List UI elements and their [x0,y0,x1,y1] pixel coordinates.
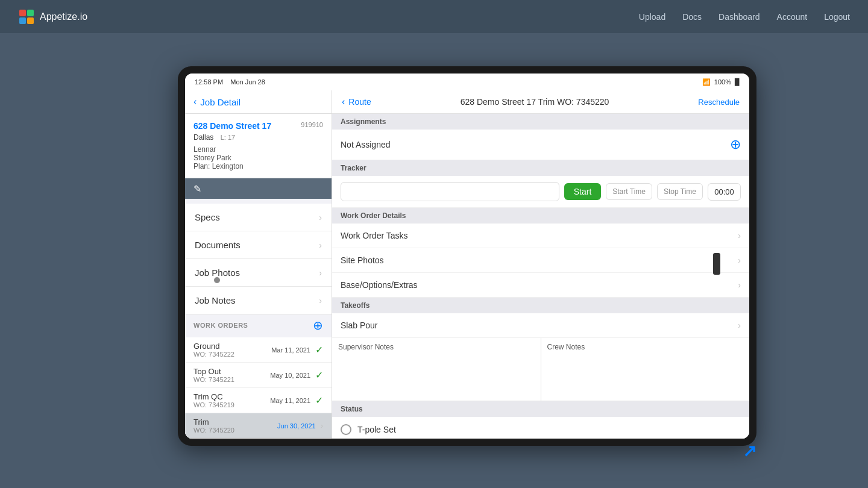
battery-icon: ▉ [735,78,740,86]
sidebar-menu: Specs › Documents › Job Photos › Job Not… [185,204,332,314]
work-order-item-ground[interactable]: Ground WO: 7345222 Mar 11, 2021 ✓ [185,337,332,363]
chevron-right-icon: › [319,213,322,222]
sidebar-nav-header[interactable]: ‹ Job Detail [185,90,332,114]
wo-info: Trim WO: 7345220 [193,418,234,434]
nav-docs[interactable]: Docs [682,12,702,22]
chevron-right-icon: › [738,255,741,265]
wo-right: Jun 30, 2021 › [277,421,323,430]
crew-notes-col: Crew Notes [541,338,750,401]
logo-text: Appetize.io [40,11,87,22]
work-order-tasks-row[interactable]: Work Order Tasks › [332,224,749,248]
slab-pour-label: Slab Pour [341,321,377,330]
battery-text: 100% [714,78,731,86]
specs-label: Specs [195,212,220,222]
sidebar-item-job-notes[interactable]: Job Notes › [185,287,332,314]
crew-notes-body[interactable] [547,354,744,396]
svg-rect-0 [19,10,26,16]
tracker-section-header: Tracker [332,160,749,176]
work-orders-section: WORK ORDERS ⊕ [185,314,332,337]
documents-label: Documents [195,240,241,250]
job-notes-label: Job Notes [195,295,236,305]
nav-dashboard[interactable]: Dashboard [719,12,760,22]
app-content: ‹ Job Detail 628 Demo Street 17 919910 D… [185,90,749,439]
tracker-input[interactable] [341,182,559,201]
sidebar-item-job-photos[interactable]: Job Photos › [185,259,332,287]
property-city: Dallas L: 17 [193,133,323,142]
supervisor-notes-body[interactable] [338,354,535,396]
work-orders-header: WORK ORDERS ⊕ [193,319,323,331]
wo-check-icon: ✓ [315,369,323,381]
logo: Appetize.io [18,8,87,25]
wifi-icon: 📶 [702,78,711,86]
status-item-tpole[interactable]: T-pole Set [332,417,749,439]
wo-number: WO: 7345222 [193,351,234,358]
svg-rect-1 [27,10,34,16]
work-order-list: Ground WO: 7345222 Mar 11, 2021 ✓ Top Ou… [185,337,332,439]
base-options-extras-row[interactable]: Base/Options/Extras › [332,273,749,298]
wo-date: Jun 30, 2021 [277,422,316,430]
property-builder: Lennar Storey Park Plan: Lexington [193,145,323,170]
status-time: 12:58 PM Mon Jun 28 [195,78,265,86]
wo-name: Trim [193,418,234,427]
sidebar-item-specs[interactable]: Specs › [185,204,332,231]
assignments-row: Not Assigned ⊕ [332,130,749,160]
wo-name: Trim QC [193,392,234,401]
wo-chevron-icon: › [321,421,323,430]
edit-icon: ✎ [193,183,201,195]
supervisor-notes-header: Supervisor Notes [338,343,535,351]
scroll-arrow-icon: ↗ [743,441,756,461]
nav-logout[interactable]: Logout [824,12,850,22]
sidebar: ‹ Job Detail 628 Demo Street 17 919910 D… [185,90,332,439]
start-time-button[interactable]: Start Time [606,183,652,200]
wo-right: May 11, 2021 ✓ [270,395,323,406]
wo-date: Mar 11, 2021 [271,346,310,354]
start-button[interactable]: Start [564,183,602,200]
job-photos-label: Job Photos [195,267,240,278]
sidebar-back-label[interactable]: Job Detail [200,97,241,107]
work-order-details-section-header: Work Order Details [332,208,749,224]
wo-info: Trim QC WO: 7345219 [193,392,234,408]
time-display: 00:00 [708,183,741,201]
main-header-title: 628 Demo Street 17 Trim WO: 7345220 [371,97,699,107]
nav-account[interactable]: Account [777,12,808,22]
wo-number: WO: 7345221 [193,376,234,383]
main-content: ‹ Route 628 Demo Street 17 Trim WO: 7345… [332,90,749,439]
wo-right: May 10, 2021 ✓ [270,369,323,381]
status-section-header: Status [332,401,749,417]
work-order-item-trim[interactable]: Trim WO: 7345220 Jun 30, 2021 › [185,413,332,439]
logo-icon [18,8,35,25]
reschedule-button[interactable]: Reschedule [698,98,740,107]
site-photos-row[interactable]: Site Photos › [332,248,749,273]
site-photos-label: Site Photos [341,255,384,265]
notes-container: Supervisor Notes Crew Notes [332,338,749,401]
nav-upload[interactable]: Upload [639,12,665,22]
add-assignment-button[interactable]: ⊕ [730,137,741,152]
svg-rect-3 [27,17,34,24]
add-work-order-button[interactable]: ⊕ [313,319,323,331]
chevron-right-icon: › [738,280,741,290]
sidebar-item-documents[interactable]: Documents › [185,231,332,259]
work-order-item-trimqc[interactable]: Trim QC WO: 7345219 May 11, 2021 ✓ [185,388,332,413]
chevron-right-icon: › [319,296,322,305]
work-order-item-topout[interactable]: Top Out WO: 7345221 May 10, 2021 ✓ [185,363,332,388]
slab-pour-row[interactable]: Slab Pour › [332,313,749,338]
wo-info: Ground WO: 7345222 [193,342,234,358]
status-bar-right: 📶 100% ▉ [702,78,740,86]
stop-time-button[interactable]: Stop Time [657,183,703,200]
detail-content[interactable]: Assignments Not Assigned ⊕ Tracker Start… [332,114,749,439]
property-address[interactable]: 628 Demo Street 17 [193,121,271,131]
chevron-right-icon: › [319,268,322,278]
chevron-right-icon: › [319,240,322,250]
property-lot: L: 17 [221,134,235,141]
radio-tpole[interactable] [341,424,351,435]
tracker-row: Start Start Time Stop Time 00:00 [332,176,749,208]
tablet-frame: 12:58 PM Mon Jun 28 📶 100% ▉ ‹ Job Detai… [178,66,756,446]
work-orders-label: WORK ORDERS [193,322,248,329]
property-id: 919910 [301,121,323,128]
wo-date: May 11, 2021 [270,397,310,404]
top-navigation: Appetize.io Upload Docs Dashboard Accoun… [0,0,868,33]
status-tpole-label: T-pole Set [357,425,396,434]
property-header: 628 Demo Street 17 919910 [193,121,323,131]
route-back-label[interactable]: Route [348,97,371,107]
wo-check-icon: ✓ [315,395,323,406]
